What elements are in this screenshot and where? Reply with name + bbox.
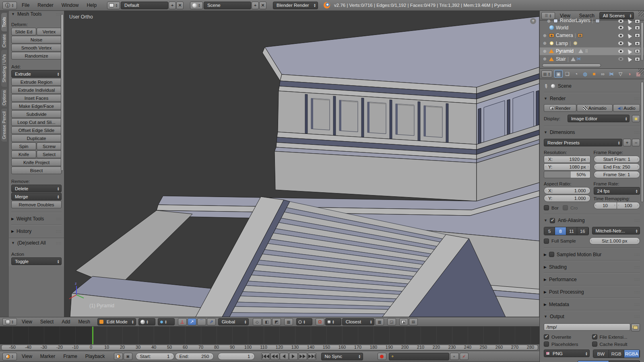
editor-type-properties-button[interactable]: ▤▲▼: [541, 70, 552, 78]
button-select[interactable]: Select: [37, 150, 62, 158]
expand-toggle[interactable]: ⊕: [543, 49, 549, 53]
properties-tab-world[interactable]: ◍: [581, 70, 589, 78]
panel-header-shading[interactable]: ▶Shading::::: [544, 263, 640, 271]
button-bisect[interactable]: Bisect: [11, 167, 62, 174]
selectability-arrow-icon[interactable]: [626, 33, 632, 39]
visibility-eye-icon[interactable]: [618, 34, 623, 37]
outliner-item-world[interactable]: World: [540, 24, 644, 32]
button-remove-doubles[interactable]: Remove Doubles: [11, 201, 62, 208]
renderability-camera-icon[interactable]: [635, 19, 640, 23]
pin-icon[interactable]: ✎: [542, 82, 549, 90]
scene-add-button[interactable]: +: [252, 2, 259, 9]
expand-toggle[interactable]: ⊕: [547, 19, 553, 23]
panel-header-weight-tools[interactable]: ▶Weight Tools::::: [11, 214, 62, 223]
color-mode-bw[interactable]: BW: [593, 350, 609, 358]
outliner-item-stair[interactable]: ⊕Stair|✀: [540, 55, 644, 63]
button-knife-project[interactable]: Knife Project: [11, 158, 62, 166]
menu-frame[interactable]: Frame: [59, 352, 81, 361]
proportional-edit-dropdown[interactable]: ▲▼: [296, 318, 312, 325]
color-mode-rgba[interactable]: RGBA: [624, 350, 640, 358]
manipulator-translate-button[interactable]: ↗: [188, 318, 196, 325]
current-frame-field[interactable]: ‹1›: [218, 353, 255, 360]
menu-window[interactable]: Window: [58, 0, 83, 10]
color-mode-rgb[interactable]: RGB: [609, 350, 624, 358]
editor-type-info-button[interactable]: i▲▼: [2, 2, 17, 9]
viewport-3d[interactable]: z User Ortho (1) Pyramid +: [64, 11, 539, 317]
prev-keyframe-button[interactable]: [270, 353, 279, 360]
menu-render[interactable]: Render: [33, 0, 57, 10]
aa-samples-5[interactable]: 5: [544, 227, 555, 235]
aa-size-field[interactable]: ‹Siz:1.000 px›: [589, 237, 640, 245]
display-lock-button[interactable]: ▣: [632, 115, 640, 122]
jump-to-start-button[interactable]: [261, 353, 270, 360]
renderability-camera-icon[interactable]: [635, 49, 640, 53]
outliner-item-renderlayers[interactable]: ⊕RenderLayers|: [540, 18, 644, 24]
selectability-arrow-icon[interactable]: [626, 25, 632, 31]
viewport-shading-dropdown[interactable]: ▲▼: [138, 318, 155, 325]
dropdown-delete[interactable]: Delete▲▼: [11, 185, 62, 192]
selectability-arrow-icon[interactable]: [626, 48, 632, 54]
fps-dropdown[interactable]: 24 fps▲▼: [594, 187, 640, 195]
mode-dropdown[interactable]: Edit Mode▲▼: [97, 318, 136, 325]
playback-range-button[interactable]: [114, 353, 123, 360]
screen-layout-field[interactable]: Default: [121, 2, 168, 9]
output-browse-button[interactable]: [631, 323, 640, 331]
jump-to-end-button[interactable]: [308, 353, 316, 360]
properties-tab-data[interactable]: ▽: [616, 70, 625, 78]
toolshelf-tab-grease-pencil[interactable]: Grease Pencil: [1, 109, 7, 142]
orientation-dropdown[interactable]: Global▲▼: [218, 318, 249, 325]
button-vertex[interactable]: Vertex: [37, 28, 62, 35]
snap-target-dropdown[interactable]: Closest▲▼: [342, 318, 374, 325]
toolshelf-tab-shading-uvs[interactable]: Shading / UVs: [1, 50, 7, 87]
panel-header-deselect-all[interactable]: ▼(De)select All::::: [11, 239, 62, 247]
keying-set-field[interactable]: ⚬: [389, 353, 449, 360]
limit-visible-button[interactable]: ▦: [284, 318, 293, 325]
editor-type-3dview-button[interactable]: ▲▼: [2, 318, 17, 325]
timeline-ruler[interactable]: -50-40-30-20-100102030405060708090100110…: [0, 344, 539, 351]
display-dropdown[interactable]: Image Editor▲▼: [568, 115, 630, 122]
button-spin[interactable]: Spin: [11, 142, 36, 150]
sync-dropdown[interactable]: No Sync▲▼: [321, 353, 363, 360]
render-audio-button[interactable]: ◀))Audio: [613, 104, 640, 112]
scene-field[interactable]: Scene: [204, 2, 251, 9]
selectability-arrow-icon[interactable]: [626, 56, 632, 62]
motion-blur-checkbox[interactable]: [549, 252, 554, 257]
menu-marker[interactable]: Marker: [36, 352, 59, 361]
menu-add[interactable]: Add: [58, 317, 74, 327]
toolshelf-tab-tools[interactable]: Tools: [1, 13, 7, 31]
extrude-dropdown[interactable]: Extrude▲▼: [11, 70, 62, 78]
visibility-eye-icon[interactable]: [618, 41, 623, 45]
button-smooth-vertex[interactable]: Smooth Vertex: [11, 44, 62, 51]
visibility-eye-icon[interactable]: [618, 49, 623, 53]
button-knife[interactable]: Knife: [11, 150, 36, 158]
delete-keyframe-button[interactable]: ⚬̸: [460, 353, 469, 360]
renderability-camera-icon[interactable]: [635, 26, 640, 30]
selectability-arrow-icon[interactable]: [626, 18, 632, 24]
visibility-eye-icon[interactable]: [618, 19, 623, 23]
aspect-y-field[interactable]: ‹Y:1.000›: [544, 195, 590, 202]
snap-element-dropdown[interactable]: ▲▼: [325, 318, 341, 325]
button-extrude-region[interactable]: Extrude Region: [11, 78, 62, 86]
button-offset-edge-slide[interactable]: Offset Edge Slide: [11, 126, 62, 134]
placeholders-checkbox[interactable]: [544, 341, 549, 347]
properties-tab-object[interactable]: ■: [590, 70, 598, 78]
button-slide-ed[interactable]: Slide Ed: [11, 28, 36, 35]
menu-file[interactable]: File: [18, 0, 33, 10]
record-button[interactable]: [378, 353, 386, 360]
border-checkbox[interactable]: [544, 205, 549, 210]
renderability-camera-icon[interactable]: [635, 57, 640, 61]
button-screw[interactable]: Screw: [37, 142, 62, 150]
panel-header-post-processing[interactable]: ▶Post Processing::::: [544, 288, 640, 296]
menu-select[interactable]: Select: [36, 317, 58, 327]
dropdown-merge[interactable]: Merge▲▼: [11, 193, 62, 200]
properties-tab-modifiers[interactable]: ✀: [607, 70, 616, 78]
resolution-y-field[interactable]: ‹Y:1080 px›: [544, 163, 590, 171]
corner-grip[interactable]: [638, 69, 644, 74]
properties-tab-scene[interactable]: ◔: [572, 70, 580, 78]
full-sample-checkbox[interactable]: [544, 239, 549, 244]
properties-tab-constraints[interactable]: ∞: [599, 70, 607, 78]
properties-vscrollbar[interactable]: [641, 82, 644, 202]
screen-layout-icon-button[interactable]: ▲▼: [107, 2, 120, 9]
panel-header-mesh-tools[interactable]: ▼Mesh Tools::::: [11, 11, 62, 18]
screen-layout-delete-button[interactable]: ✕: [176, 2, 184, 9]
